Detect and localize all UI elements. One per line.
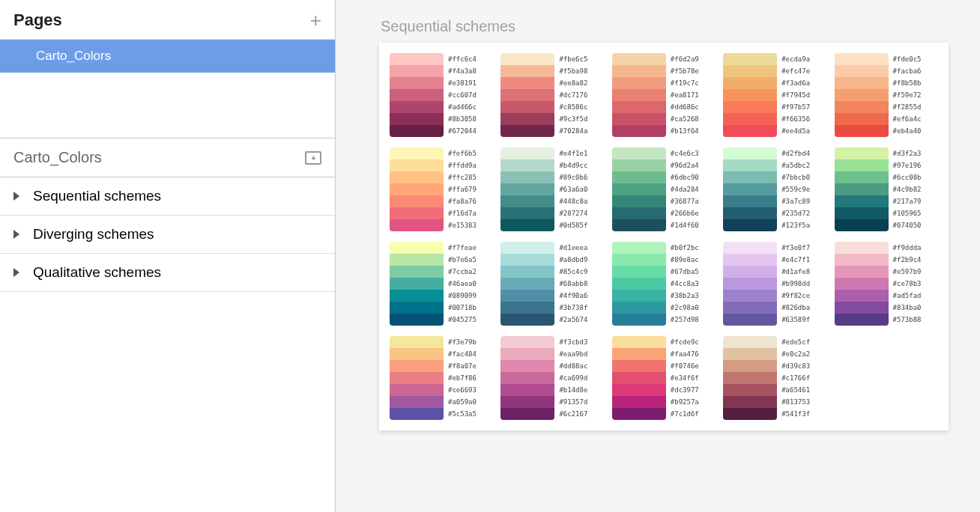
color-shade — [500, 159, 554, 171]
color-shade — [835, 290, 889, 302]
layer-item-label: Diverging schemes — [33, 226, 154, 243]
palette-block[interactable]: #ecda9a#efc47e#f3ad6a#f7945d#f97b57#f663… — [723, 53, 826, 137]
palette-block[interactable]: #d1eeea#a8dbd9#85c4c9#68abb8#4f90a6#3b73… — [500, 242, 604, 326]
layer-item-qualitative[interactable]: Qualitative schemes — [0, 254, 335, 292]
color-shade — [723, 348, 777, 360]
color-hex-label: #105965 — [893, 208, 922, 219]
pages-header: Pages + — [0, 0, 335, 40]
color-shade — [390, 171, 444, 183]
color-hex-label: #1d4f60 — [671, 220, 699, 231]
color-hex-label: #3a7c89 — [781, 196, 810, 207]
palette-block[interactable]: #f3cbd3#eaa9bd#dd88ac#ca699d#b14d8e#9135… — [500, 336, 604, 420]
color-hex-label: #a059a0 — [448, 397, 477, 407]
color-hex-label: #f3e0f7 — [781, 243, 810, 253]
color-shade — [500, 77, 554, 89]
color-shade — [835, 302, 889, 314]
color-hex-label: #f7feae — [448, 243, 477, 253]
layer-item-sequential[interactable]: Sequential schemes — [0, 177, 335, 216]
color-hex-label: #7ccba2 — [448, 266, 477, 277]
color-shade — [723, 384, 777, 396]
color-shade — [835, 219, 889, 231]
chevron-right-icon — [13, 192, 19, 201]
palette-block[interactable]: #c4e6c3#96d2a4#6dbc90#4da284#36877a#266b… — [612, 147, 716, 231]
color-hex-label: #b0f2bc — [671, 243, 699, 253]
color-hex-label: #4f90a6 — [559, 290, 587, 301]
color-hex-label: #ef6a4c — [893, 114, 922, 124]
palette-block[interactable]: #fef6b5#ffdd9a#ffc285#ffa679#fa8a76#f16d… — [390, 147, 493, 231]
color-shade — [612, 65, 666, 77]
color-hex-label: #e597b9 — [893, 266, 922, 277]
color-shade — [390, 384, 444, 396]
color-hex-label: #f3cbd3 — [559, 337, 587, 347]
palette-block[interactable]: #fde0c5#facba6#f8b58b#f59e72#f2855d#ef6a… — [835, 53, 938, 137]
color-hex-label: #d3f2a3 — [893, 148, 922, 159]
color-shade — [723, 207, 777, 219]
palette-labels: #ffc6c4#f4a3a8#e38191#cc607d#ad466c#8b30… — [448, 53, 477, 137]
color-hex-label: #e4c7f1 — [781, 255, 810, 265]
palette-swatch — [500, 242, 554, 326]
color-shade — [390, 372, 444, 384]
palette-block[interactable]: #f6d2a9#f5b78e#f19c7c#ea8171#dd686c#ca52… — [612, 53, 716, 137]
color-hex-label: #d2fbd4 — [781, 148, 810, 159]
color-hex-label: #2a5674 — [559, 314, 587, 325]
palette-block[interactable]: #d3f2a3#97e196#6cc08b#4c9b82#217a79#1059… — [835, 147, 938, 231]
add-page-icon[interactable]: + — [310, 10, 321, 30]
color-shade — [612, 372, 666, 384]
page-item-label: Carto_Colors — [36, 49, 111, 63]
color-shade — [390, 336, 444, 348]
palette-swatch — [835, 147, 889, 231]
color-hex-label: #541f3f — [781, 409, 810, 419]
color-hex-label: #ce78b3 — [893, 278, 922, 289]
palette-labels: #f3e79b#fac484#f8a07e#eb7f86#ce6693#a059… — [448, 336, 477, 420]
color-shade — [723, 254, 777, 266]
palette-block[interactable]: #f3e79b#fac484#f8a07e#eb7f86#ce6693#a059… — [390, 336, 493, 420]
color-shade — [835, 125, 889, 137]
palette-block[interactable]: #e4f1e1#b4d9cc#89c0b6#63a6a0#448c8a#2872… — [500, 147, 604, 231]
layers-header: Carto_Colors — [0, 138, 335, 177]
color-shade — [612, 195, 666, 207]
palette-block[interactable]: #f7feae#b7e6a5#7ccba2#46aea0#089099#0071… — [390, 242, 493, 326]
color-hex-label: #5c53a5 — [448, 409, 477, 419]
color-hex-label: #4da284 — [671, 184, 699, 195]
canvas[interactable]: Sequential schemes #ffc6c4#f4a3a8#e38191… — [336, 0, 980, 512]
artboard-title[interactable]: Sequential schemes — [381, 18, 980, 35]
layer-item-label: Sequential schemes — [33, 188, 161, 204]
palette-block[interactable]: #d2fbd4#a5dbc2#7bbcb0#559c9e#3a7c89#235d… — [723, 147, 826, 231]
palette-swatch — [500, 53, 554, 137]
color-hex-label: #f9ddda — [893, 243, 922, 253]
layer-item-diverging[interactable]: Diverging schemes — [0, 216, 335, 254]
color-shade — [835, 195, 889, 207]
color-shade — [723, 77, 777, 89]
color-hex-label: #6c2167 — [559, 409, 587, 419]
artboard-sequential[interactable]: #ffc6c4#f4a3a8#e38191#cc607d#ad466c#8b30… — [379, 43, 949, 430]
color-shade — [723, 266, 777, 278]
palette-swatch — [835, 53, 889, 137]
color-shade — [835, 113, 889, 125]
color-shade — [723, 336, 777, 348]
palette-block[interactable]: #f3e0f7#e4c7f1#d1afe8#b998dd#9f82ce#826d… — [723, 242, 826, 326]
palette-swatch — [723, 147, 777, 231]
sidebar: Pages + Carto_Colors Carto_Colors Sequen… — [0, 0, 336, 512]
preview-toggle-icon[interactable] — [305, 151, 321, 165]
color-shade — [390, 159, 444, 171]
page-item-carto-colors[interactable]: Carto_Colors — [0, 40, 335, 73]
color-shade — [612, 242, 666, 254]
palette-swatch — [390, 147, 444, 231]
color-shade — [835, 65, 889, 77]
palette-block[interactable]: #fbe6c5#f5ba98#ee8a82#dc7176#c8586c#9c3f… — [500, 53, 604, 137]
palette-block[interactable]: #b0f2bc#89e8ac#67dba5#4cc8a3#38b2a3#2c98… — [612, 242, 716, 326]
palette-block[interactable]: #ffc6c4#f4a3a8#e38191#cc607d#ad466c#8b30… — [390, 53, 493, 137]
color-hex-label: #089099 — [448, 290, 477, 301]
color-shade — [500, 171, 554, 183]
color-shade — [835, 314, 889, 326]
color-hex-label: #f6d2a9 — [671, 54, 699, 64]
palette-block[interactable]: #ede5cf#e0c2a2#d39c83#c1766f#a65461#8137… — [723, 336, 826, 420]
color-shade — [612, 348, 666, 360]
color-hex-label: #89e8ac — [671, 255, 699, 265]
color-hex-label: #217a79 — [893, 196, 922, 207]
palette-block[interactable]: #f9ddda#f2b9c4#e597b9#ce78b3#ad5fad#834b… — [835, 242, 938, 326]
palette-swatch — [390, 336, 444, 420]
palette-block[interactable]: #fcde9c#faa476#f0746e#e34f6f#dc3977#b925… — [612, 336, 716, 420]
color-shade — [612, 77, 666, 89]
color-hex-label: #fef6b5 — [448, 148, 477, 159]
